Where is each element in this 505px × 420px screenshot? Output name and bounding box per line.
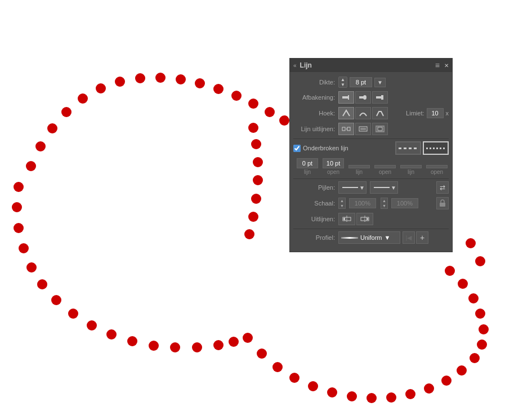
svg-point-22 xyxy=(244,229,254,239)
svg-point-2 xyxy=(47,123,57,133)
schaal-label: Schaal: xyxy=(293,200,338,207)
dash-sub-0: lijn xyxy=(304,169,311,175)
lijn-uitlijnen-btn-1[interactable] xyxy=(338,123,354,135)
svg-point-50 xyxy=(37,279,47,289)
svg-point-29 xyxy=(308,381,318,391)
hoek-btn-2[interactable] xyxy=(355,107,371,119)
uitlijnen-buttons xyxy=(338,213,373,225)
svg-point-64 xyxy=(363,95,367,100)
pijlen-end-dropdown-icon: ▼ xyxy=(391,185,396,191)
svg-point-46 xyxy=(12,202,22,212)
limiet-label: Limiet: xyxy=(406,110,424,117)
svg-point-53 xyxy=(87,320,97,330)
limiet-x: x xyxy=(446,110,449,117)
svg-point-25 xyxy=(243,333,253,343)
schaal-spinner-2[interactable]: ▲ ▼ xyxy=(381,198,388,209)
dikte-control: ▲ ▼ 8 pt ▼ xyxy=(338,77,386,88)
afbakening-btn-3[interactable] xyxy=(372,91,388,104)
svg-point-49 xyxy=(26,262,37,272)
schaal-lock-btn[interactable] xyxy=(436,197,449,209)
svg-point-23 xyxy=(466,238,476,248)
schaal-spinner-1[interactable]: ▲ ▼ xyxy=(338,198,346,209)
svg-point-44 xyxy=(445,266,455,276)
lijn-panel: « Lijn ≡ ✕ Dikte: ▲ ▼ 8 pt ▼ Afbakening: xyxy=(289,58,453,252)
collapse-icon[interactable]: « xyxy=(293,62,297,69)
dikte-value[interactable]: 8 pt xyxy=(350,77,372,87)
panel-body: Dikte: ▲ ▼ 8 pt ▼ Afbakening: xyxy=(290,72,452,252)
svg-point-30 xyxy=(327,387,337,397)
dash-pattern-icon-2 xyxy=(426,148,445,149)
afbakening-row: Afbakening: xyxy=(293,91,449,104)
pijlen-start-select[interactable]: ▼ xyxy=(338,181,367,194)
uitlijnen-btn-1[interactable] xyxy=(338,213,355,225)
svg-rect-68 xyxy=(345,128,347,130)
dikte-dropdown[interactable]: ▼ xyxy=(374,78,386,87)
schaal-row: Schaal: ▲ ▼ 100% ▲ ▼ 100% xyxy=(293,197,449,209)
svg-point-17 xyxy=(251,139,261,149)
svg-point-7 xyxy=(135,73,145,83)
afbakening-buttons xyxy=(338,91,388,104)
profiel-add-btn[interactable]: + xyxy=(416,231,428,244)
pijlen-swap-btn[interactable]: ⇄ xyxy=(436,181,449,194)
dash-pt-3[interactable] xyxy=(374,165,396,168)
dash-pt-2[interactable] xyxy=(348,165,370,168)
pijlen-label: Pijlen: xyxy=(293,184,338,191)
dikte-spinner[interactable]: ▲ ▼ xyxy=(338,77,347,88)
svg-point-32 xyxy=(367,393,377,403)
limiet-group: Limiet: x xyxy=(406,108,449,118)
uitlijnen-btn-2[interactable] xyxy=(356,213,373,225)
svg-rect-74 xyxy=(440,203,445,207)
svg-point-31 xyxy=(347,391,357,401)
svg-point-33 xyxy=(386,392,396,403)
svg-point-56 xyxy=(149,341,159,351)
schaal-value-1[interactable]: 100% xyxy=(349,198,376,208)
svg-point-18 xyxy=(253,157,263,167)
pijlen-end-select[interactable]: ▼ xyxy=(370,181,398,194)
schaal-value-2[interactable]: 100% xyxy=(391,198,418,208)
svg-point-27 xyxy=(272,362,283,372)
dash-fields-row: 0 pt lijn 10 pt open lijn open lijn xyxy=(293,158,449,175)
hoek-btn-1[interactable] xyxy=(338,107,354,119)
onderbroken-checkbox[interactable] xyxy=(293,145,301,152)
svg-point-10 xyxy=(195,78,205,88)
profiel-value: Uniform xyxy=(360,234,382,241)
svg-rect-62 xyxy=(348,95,349,100)
svg-point-38 xyxy=(470,353,480,363)
svg-point-14 xyxy=(265,107,275,117)
uitlijnen-label: Uitlijnen: xyxy=(293,216,338,222)
hoek-btn-3[interactable] xyxy=(372,107,388,119)
dash-pattern-btn-1[interactable] xyxy=(395,141,421,155)
panel-close-icon[interactable]: ✕ xyxy=(444,62,449,69)
svg-point-45 xyxy=(14,182,24,192)
svg-point-12 xyxy=(231,91,242,101)
dash-sub-1: open xyxy=(327,169,339,175)
afbakening-btn-1[interactable] xyxy=(338,91,354,104)
profiel-select[interactable]: Uniform ▼ xyxy=(338,231,400,244)
profiel-prev-btn[interactable]: |◀ xyxy=(403,231,415,244)
dash-pt-5[interactable] xyxy=(426,165,448,168)
svg-point-13 xyxy=(248,99,258,109)
svg-point-15 xyxy=(279,115,289,126)
svg-rect-72 xyxy=(378,127,382,131)
hoek-buttons xyxy=(338,107,388,119)
svg-point-21 xyxy=(248,212,258,222)
afbakening-btn-2[interactable] xyxy=(355,91,371,104)
limiet-input[interactable] xyxy=(427,108,444,118)
lijn-uitlijnen-btn-3[interactable] xyxy=(372,123,388,135)
divider-1 xyxy=(293,138,449,139)
svg-point-35 xyxy=(424,383,434,394)
svg-point-41 xyxy=(475,309,485,319)
dash-pt-4[interactable] xyxy=(400,165,422,168)
afbakening-label: Afbakening: xyxy=(293,94,338,101)
svg-point-52 xyxy=(68,309,78,319)
dash-pt-1[interactable]: 10 pt xyxy=(323,158,344,168)
svg-point-5 xyxy=(96,83,106,93)
hoek-row: Hoek: Limiet xyxy=(293,107,449,119)
lijn-uitlijnen-btn-2[interactable] xyxy=(355,123,371,135)
svg-point-47 xyxy=(14,223,24,233)
dash-pt-0[interactable]: 0 pt xyxy=(297,158,318,168)
dash-field-1: 10 pt open xyxy=(323,158,344,175)
panel-menu-icon[interactable]: ≡ xyxy=(435,61,440,70)
dash-pattern-btn-2[interactable] xyxy=(423,141,449,155)
dash-sub-2: lijn xyxy=(356,169,363,175)
